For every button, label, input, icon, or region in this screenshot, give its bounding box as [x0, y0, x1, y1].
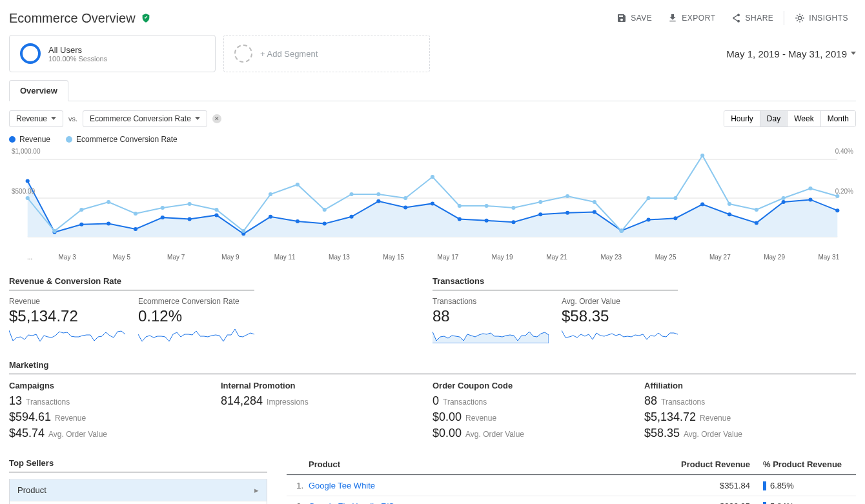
svg-point-50 — [403, 196, 407, 200]
add-circle-icon — [234, 45, 252, 63]
top-seller-option[interactable]: Product Category (Enhanced Ecommerce) — [10, 501, 267, 504]
svg-point-47 — [323, 208, 327, 212]
svg-point-18 — [376, 199, 380, 203]
save-icon — [616, 13, 627, 23]
svg-point-25 — [565, 211, 569, 215]
metric-picker-secondary[interactable]: Ecommerce Conversion Rate — [83, 110, 207, 127]
share-button[interactable]: SHARE — [723, 9, 781, 27]
share-icon — [731, 13, 741, 23]
shield-check-icon — [141, 13, 151, 23]
insights-button[interactable]: INSIGHTS — [787, 9, 856, 27]
svg-point-26 — [593, 210, 596, 214]
save-button[interactable]: SAVE — [609, 9, 660, 27]
svg-point-14 — [269, 215, 272, 219]
date-range-picker[interactable]: May 1, 2019 - May 31, 2019 — [726, 48, 856, 59]
marketing-affiliation[interactable]: Affiliation — [644, 381, 856, 393]
svg-point-65 — [808, 186, 812, 190]
tab-overview[interactable]: Overview — [9, 80, 68, 101]
sparkline-conversion — [138, 328, 254, 343]
table-row: 1.Google Tee White$351.846.85% — [287, 475, 856, 496]
svg-point-21 — [458, 217, 462, 221]
top-seller-option[interactable]: Product▸ — [10, 479, 267, 501]
segment-circle-icon — [20, 43, 41, 64]
metric-card-conversion-rate[interactable]: Ecommerce Conversion Rate 0.12% — [138, 297, 254, 343]
granularity-week[interactable]: Week — [788, 111, 820, 126]
svg-point-43 — [214, 208, 218, 212]
svg-point-53 — [485, 204, 489, 208]
svg-point-44 — [241, 229, 245, 233]
svg-point-33 — [782, 200, 786, 204]
svg-point-36 — [26, 196, 30, 200]
marketing-campaigns[interactable]: Campaigns — [9, 381, 221, 393]
svg-point-57 — [593, 200, 596, 204]
svg-point-54 — [511, 206, 515, 210]
svg-point-58 — [620, 229, 624, 233]
svg-point-37 — [52, 229, 56, 233]
caret-down-icon — [851, 52, 856, 57]
segment-name: All Users — [48, 45, 107, 55]
svg-point-40 — [134, 212, 137, 216]
section-top-sellers: Top Sellers — [9, 454, 267, 472]
granularity-hourly[interactable]: Hourly — [724, 111, 760, 126]
granularity-month[interactable]: Month — [821, 111, 855, 126]
product-link[interactable]: Google Tee White — [309, 481, 673, 490]
svg-point-5 — [26, 179, 30, 183]
metric-card-aov[interactable]: Avg. Order Value $58.35 — [562, 297, 678, 343]
legend-revenue: Revenue — [9, 135, 50, 144]
marketing-internal-promotion[interactable]: Internal Promotion — [221, 381, 432, 393]
svg-point-42 — [188, 202, 192, 206]
caret-down-icon — [51, 117, 56, 123]
marketing-coupon[interactable]: Order Coupon Code — [432, 381, 644, 393]
svg-point-35 — [835, 208, 839, 212]
svg-point-23 — [511, 220, 515, 224]
svg-point-16 — [323, 222, 327, 226]
vs-label: vs. — [68, 115, 77, 123]
metric-card-revenue[interactable]: Revenue $5,134.72 — [9, 297, 125, 343]
table-header-pct[interactable]: % Product Revenue — [763, 459, 853, 469]
legend-conversion-rate: Ecommerce Conversion Rate — [66, 135, 178, 144]
granularity-day[interactable]: Day — [760, 111, 788, 126]
export-button[interactable]: EXPORT — [660, 9, 723, 27]
caret-down-icon — [195, 117, 200, 123]
section-revenue-conversion: Revenue & Conversion Rate — [9, 272, 254, 290]
svg-point-30 — [700, 203, 704, 207]
download-icon — [667, 13, 678, 23]
svg-point-48 — [349, 192, 353, 196]
svg-point-17 — [349, 215, 353, 219]
svg-point-24 — [538, 212, 542, 216]
svg-point-22 — [485, 219, 489, 223]
add-segment-button[interactable]: + Add Segment — [223, 35, 430, 72]
svg-point-9 — [134, 227, 137, 231]
svg-point-46 — [296, 183, 300, 186]
segment-all-users[interactable]: All Users 100.00% Sessions — [9, 35, 216, 72]
svg-point-55 — [538, 200, 542, 204]
svg-point-7 — [79, 223, 83, 227]
svg-point-34 — [808, 197, 812, 201]
metric-picker-primary[interactable]: Revenue — [9, 110, 63, 127]
product-link[interactable]: Google Zip Hoodie F/C — [309, 501, 673, 504]
metric-card-transactions[interactable]: Transactions 88 — [432, 297, 549, 343]
table-header-product[interactable]: Product — [309, 459, 673, 469]
svg-point-60 — [673, 196, 677, 200]
remove-secondary-metric[interactable]: ✕ — [212, 114, 221, 123]
svg-point-20 — [431, 201, 434, 205]
table-row: 2.Google Zip Hoodie F/C$299.955.84% — [287, 496, 856, 504]
svg-point-19 — [403, 205, 407, 209]
insights-icon — [795, 13, 805, 23]
page-title: Ecommerce Overview — [9, 11, 136, 26]
svg-point-38 — [79, 208, 83, 212]
main-chart[interactable]: $1,000.00 $500.00 0.40% 0.20% — [9, 146, 856, 250]
svg-point-0 — [799, 16, 802, 19]
svg-point-31 — [728, 212, 731, 216]
svg-point-49 — [376, 192, 380, 196]
section-transactions: Transactions — [432, 272, 678, 290]
svg-point-8 — [107, 222, 110, 226]
table-header-revenue[interactable]: Product Revenue — [673, 459, 763, 469]
svg-point-51 — [431, 175, 434, 179]
svg-point-59 — [646, 196, 650, 200]
svg-point-12 — [214, 213, 218, 217]
svg-point-64 — [782, 196, 786, 200]
svg-point-62 — [728, 202, 731, 206]
svg-point-10 — [161, 216, 165, 219]
sparkline-aov — [562, 328, 678, 343]
